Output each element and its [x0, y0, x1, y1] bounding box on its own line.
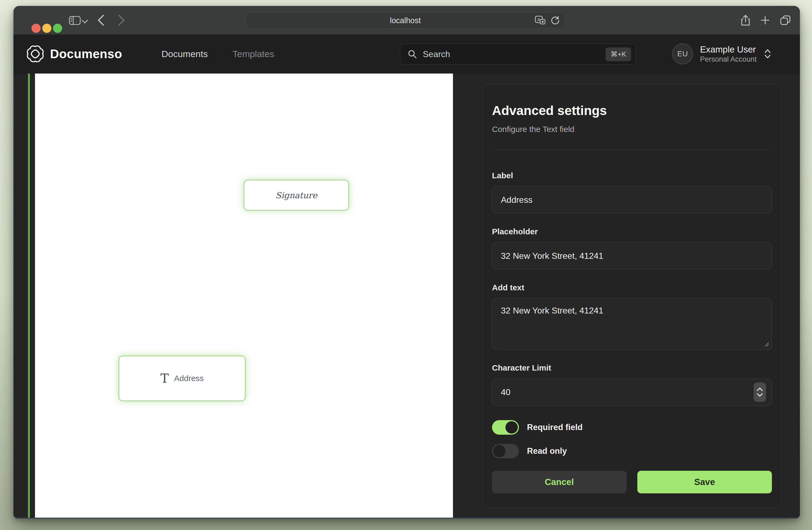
main-nav: Documents Templates: [161, 34, 274, 73]
placeholder-field-input[interactable]: [492, 242, 772, 269]
documenso-logo-icon: [27, 45, 44, 62]
tab-overview-icon[interactable]: [780, 15, 791, 25]
close-window-button[interactable]: [31, 24, 41, 33]
advanced-settings-panel: Advanced settings Configure the Text fie…: [482, 84, 781, 508]
textarea-resize-handle[interactable]: [764, 341, 769, 347]
user-account-type: Personal Account: [700, 55, 756, 64]
required-field-toggle[interactable]: [492, 420, 519, 435]
read-only-toggle[interactable]: [492, 444, 519, 458]
required-field-label: Required field: [527, 422, 583, 432]
save-button[interactable]: Save: [637, 471, 772, 493]
character-limit-input[interactable]: [492, 379, 772, 406]
svg-text:✱: ✱: [541, 20, 544, 24]
toolbar-divider: [76, 16, 76, 25]
placeholder-field-label: Placeholder: [492, 226, 772, 238]
add-text-textarea[interactable]: 32 New York Street, 41241: [492, 298, 772, 350]
stepper-up-icon[interactable]: [756, 387, 763, 391]
content-area: Signature T Address Advanced settings Co…: [13, 73, 800, 518]
panel-actions: Cancel Save: [492, 471, 772, 493]
panel-title: Advanced settings: [492, 103, 772, 118]
signature-field[interactable]: Signature: [244, 180, 349, 211]
share-icon[interactable]: [741, 15, 750, 26]
brand-logo[interactable]: Documenso: [27, 34, 122, 73]
chevron-down-icon[interactable]: [81, 19, 88, 24]
url-bar[interactable]: localhost A ✱: [245, 12, 565, 29]
signature-field-label: Signature: [275, 191, 317, 200]
toggle-knob: [505, 421, 518, 434]
text-field-address[interactable]: T Address: [118, 355, 246, 401]
fullscreen-window-button[interactable]: [53, 24, 62, 33]
nav-templates[interactable]: Templates: [233, 49, 274, 59]
search-placeholder: Search: [423, 49, 600, 59]
app-header: Documenso Documents Templates Search ⌘+K…: [13, 34, 800, 73]
minimize-window-button[interactable]: [42, 24, 52, 33]
document-scroll-indicator: [28, 73, 30, 518]
label-field-label: Label: [492, 170, 772, 182]
browser-window: localhost A ✱: [13, 6, 800, 519]
number-stepper[interactable]: [754, 382, 766, 402]
search-input[interactable]: Search ⌘+K: [400, 44, 636, 65]
add-text-field-label: Add text: [492, 282, 772, 294]
account-menu[interactable]: EU Example User Personal Account: [672, 34, 772, 73]
required-field-row: Required field: [492, 420, 772, 435]
new-tab-icon[interactable]: [760, 16, 770, 25]
browser-titlebar: localhost A ✱: [13, 6, 800, 34]
nav-documents[interactable]: Documents: [161, 49, 208, 59]
document-page: Signature T Address: [35, 73, 453, 518]
text-field-label: Address: [174, 374, 204, 383]
panel-subtitle: Configure the Text field: [492, 124, 772, 135]
reload-icon[interactable]: [550, 16, 560, 25]
stepper-down-icon[interactable]: [756, 393, 763, 397]
label-field-input[interactable]: [492, 186, 772, 213]
text-field-icon: T: [160, 371, 169, 386]
character-limit-label: Character Limit: [492, 362, 772, 374]
forward-icon[interactable]: [118, 14, 126, 26]
url-text: localhost: [390, 16, 421, 25]
sidebar-toggle-icon[interactable]: [69, 16, 81, 25]
brand-name: Documenso: [50, 46, 122, 61]
toggle-knob: [493, 445, 505, 457]
search-icon: [408, 50, 417, 59]
cancel-button[interactable]: Cancel: [492, 471, 626, 493]
avatar: EU: [672, 43, 693, 64]
chevrons-up-down-icon: [764, 48, 772, 59]
read-only-label: Read only: [527, 446, 567, 456]
translate-icon[interactable]: A ✱: [535, 16, 546, 25]
read-only-row: Read only: [492, 444, 772, 458]
search-shortcut-badge: ⌘+K: [606, 47, 631, 61]
back-icon[interactable]: [97, 14, 104, 26]
user-name: Example User: [700, 44, 756, 55]
